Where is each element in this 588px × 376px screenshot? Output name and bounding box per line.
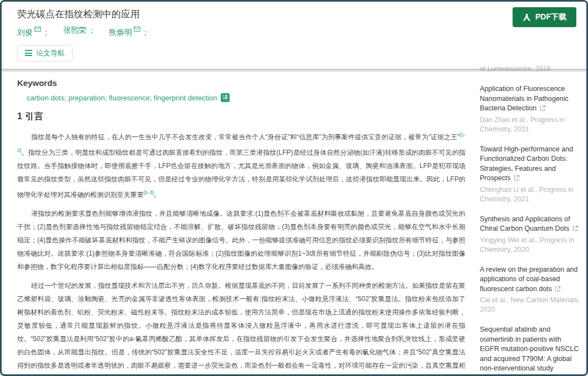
keywords-line: carbon dots; preparation; fluorescence; … [27, 93, 465, 102]
section-heading: 1 引言 [17, 111, 465, 123]
external-link-icon [514, 175, 520, 181]
hamburger-icon [25, 50, 32, 56]
related-article-link[interactable]: Toward High-performance and Functionaliz… [480, 145, 581, 184]
keywords-heading: Keywords [17, 78, 465, 88]
related-article-link[interactable]: Application of Fluorescence Nanomaterial… [480, 84, 581, 114]
article-page: 荧光碳点在指纹检测中的应用 刘俊；张熙荣；熊焕明； 论文导航 PDF下载 Key… [0, 0, 588, 376]
author-separator: ； [141, 28, 149, 37]
author-link[interactable]: 刘俊； [17, 26, 50, 38]
paper-navigation-button[interactable]: 论文导航 [17, 45, 73, 62]
reference-link[interactable]: [1-2] [17, 132, 465, 153]
related-article-citation: Yingying Wei et al., Progress in Chemist… [480, 236, 581, 255]
keywords-text[interactable]: carbon dots; preparation; fluorescence; … [27, 94, 217, 102]
article-header: 荧光碳点在指纹检测中的应用 刘俊；张熙荣；熊焕明； 论文导航 PDF下载 [2, 2, 586, 64]
related-article: Application of Fluorescence Nanomaterial… [480, 84, 581, 134]
author-link[interactable]: 熊焕明； [109, 26, 149, 38]
related-article-link[interactable]: Sequential afatinib and osimertinib in p… [480, 325, 581, 376]
related-article-link[interactable]: Synthesis and Applications of Chiral Car… [480, 215, 581, 234]
author-separator: ； [42, 28, 50, 37]
related-article-link[interactable]: A review on the preparation and applicat… [480, 265, 581, 294]
article-body: Keywords carbon dots; preparation; fluor… [17, 64, 465, 376]
pdf-download-label: PDF下载 [535, 12, 566, 22]
related-list: Application of Fluorescence Nanomaterial… [480, 84, 581, 376]
body-paragraph: 指纹是每个人独有的特征，在人的一生当中几乎不会发生改变，常常被当作个人“身份证”… [17, 128, 465, 201]
related-sidebar: of Luminescence, 2019 Application of Flu… [480, 64, 581, 376]
reference-link[interactable]: [1-3] [144, 190, 154, 195]
body-paragraph: 潜指纹的检测要求显色剂能够增强潜指纹，并且能够清晰地成像。这就要求:(1)显色剂… [17, 207, 465, 273]
body-paragraph: 经过一个世纪的发展，指纹显现技术和方法层出不穷，历久弥新。根据显现基底的不同，目… [17, 279, 465, 376]
pdf-download-button[interactable]: PDF下载 [513, 7, 576, 27]
external-link-icon [540, 105, 546, 111]
email-icon[interactable] [34, 26, 41, 33]
author-separator: ； [88, 26, 95, 34]
related-article: Synthesis and Applications of Chiral Car… [480, 215, 581, 255]
related-article-citation: Chenghao Li et al., Progress in Chemistr… [480, 185, 581, 204]
related-article: A review on the preparation and applicat… [480, 265, 581, 315]
related-article: Toward High-performance and Functionaliz… [480, 145, 581, 204]
header-divider [2, 69, 586, 73]
paper-navigation-label: 论文导航 [36, 48, 65, 58]
content-area: Keywords carbon dots; preparation; fluor… [2, 64, 586, 374]
email-icon[interactable] [134, 26, 140, 33]
authors: 刘俊；张熙荣；熊焕明； [17, 26, 576, 38]
related-article: Sequential afatinib and osimertinib in p… [480, 325, 581, 376]
external-link-icon [555, 286, 561, 292]
external-link-icon [572, 225, 579, 231]
related-article-citation: Cai et al., New Carbon Materials, 2020 [480, 296, 581, 314]
paragraphs: 指纹是每个人独有的特征，在人的一生当中几乎不会发生改变，常常被当作个人“身份证”… [17, 128, 465, 376]
translate-badge[interactable]: 译 [221, 93, 230, 102]
author-link[interactable]: 张熙荣； [63, 26, 95, 35]
related-article-citation: Dan Zhao et al., Progress in Chemistry, … [480, 115, 581, 134]
pdf-reader-icon [523, 14, 531, 21]
page-title: 荧光碳点在指纹检测中的应用 [17, 8, 576, 21]
